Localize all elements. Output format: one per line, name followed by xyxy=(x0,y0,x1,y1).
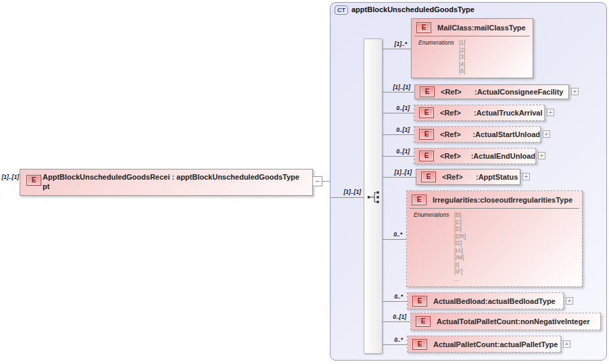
sequence-connector-line xyxy=(331,197,364,198)
element-name: ActualPalletCount xyxy=(433,340,497,348)
xsd-schema-diagram: [1]..[1] E ApptBlockUnscheduledGoodsRece… xyxy=(0,0,609,364)
element-row-actualbedload: EActualBedload : actualBedloadType xyxy=(408,293,563,309)
element-type: closeoutIrregularitiesType xyxy=(480,196,573,204)
enumeration-value: [IA] xyxy=(454,247,466,255)
connector-line-actualtruckarrival xyxy=(383,113,414,113)
expand-toggle-icon[interactable]: + xyxy=(522,173,530,180)
root-element-label-line1: ApptBlockUnscheduledGoodsRecei : apptBlo… xyxy=(43,173,299,182)
element-badge-icon: E xyxy=(420,86,435,97)
expand-toggle-icon[interactable]: + xyxy=(538,152,545,159)
element-box-actualtruckarrival[interactable]: E<Ref>: ActualTruckArrival xyxy=(414,105,545,121)
element-row-actualstartunload: E<Ref>: ActualStartUnload xyxy=(414,127,540,142)
element-badge-icon: E xyxy=(412,339,427,350)
cardinality-label-apptstatus: [1]..[1] xyxy=(368,169,412,176)
enum-divider xyxy=(410,208,579,209)
element-row-mailclass: EMailClass : mailClassType xyxy=(412,19,533,36)
enumeration-value: [I] xyxy=(454,261,466,269)
element-row-irregularities: EIrregularities : closeoutIrregularities… xyxy=(407,191,582,208)
enumeration-value: [DR] xyxy=(454,233,466,240)
element-name: ActualTotalPalletCount xyxy=(437,317,518,326)
root-element-label: ApptBlockUnscheduledGoodsRecei : apptBlo… xyxy=(43,173,299,191)
element-badge-icon: E xyxy=(412,194,427,205)
sequence-cardinality-label: [1]..[1] xyxy=(335,188,361,195)
element-type: ActualConsigneeFacility xyxy=(477,88,564,96)
element-row-actualpalletcount: EActualPalletCount : actualPalletType xyxy=(408,336,560,352)
expand-toggle-icon[interactable]: + xyxy=(571,88,579,95)
complex-type-badge: CT xyxy=(335,5,348,15)
expand-toggle-icon[interactable]: + xyxy=(547,109,554,116)
element-name: ActualBedload xyxy=(433,297,485,305)
connector-line-actualconsigneefacility xyxy=(383,92,414,93)
collapse-toggle-icon[interactable]: − xyxy=(312,176,322,186)
element-type: nonNegativeInteger xyxy=(520,317,590,326)
cardinality-label-actualendunload: 0..[1] xyxy=(366,148,410,155)
connector-line-apptstatus xyxy=(383,177,416,178)
connector-line-actualbedload xyxy=(383,301,407,302)
element-name: <Ref> xyxy=(442,173,476,181)
element-badge-icon: E xyxy=(412,296,427,307)
cardinality-label-actualconsigneefacility: [1]..[1] xyxy=(367,84,410,90)
expand-toggle-icon[interactable]: + xyxy=(543,130,550,138)
element-row-actualendunload: E<Ref>: ActualEndUnload xyxy=(414,149,535,163)
element-box-actualtotalpalletcount[interactable]: EActualTotalPalletCount : nonNegativeInt… xyxy=(410,313,601,330)
enumerations-label: Enumerations xyxy=(418,39,459,75)
enumeration-value: [3] xyxy=(459,53,465,61)
cardinality-label-irregularities: 0..* xyxy=(359,231,402,238)
enumerations-values: [1][2][3][4][6] xyxy=(459,39,465,75)
element-badge-icon: E xyxy=(419,129,434,140)
expand-toggle-icon[interactable]: + xyxy=(563,340,570,348)
connector-line-actualpalletcount xyxy=(383,344,407,345)
element-type: ApptStatus xyxy=(479,173,518,181)
element-row-actualtotalpalletcount: EActualTotalPalletCount : nonNegativeInt… xyxy=(411,313,600,330)
enumeration-value: [IM] xyxy=(454,254,466,261)
element-type: mailClassType xyxy=(474,24,525,32)
enumerations-block: Enumerations[1][2][3][4][6] xyxy=(412,38,533,75)
element-row-actualtruckarrival: E<Ref>: ActualTruckArrival xyxy=(414,105,544,120)
cardinality-label-actualstartunload: 0..[1] xyxy=(366,126,410,133)
sequence-compositor-icon xyxy=(366,190,381,204)
enumeration-value: ... xyxy=(454,276,466,283)
connector-line-actualendunload xyxy=(383,156,414,157)
element-name: <Ref> xyxy=(441,88,474,96)
enumeration-value: [1] xyxy=(459,39,465,47)
element-badge-icon: E xyxy=(421,172,436,182)
enumeration-value: [2] xyxy=(459,47,465,54)
enumeration-value: [D] xyxy=(454,226,466,233)
element-box-actualstartunload[interactable]: E<Ref>: ActualStartUnload xyxy=(414,126,541,142)
element-name: Irregularities xyxy=(433,196,478,204)
enumeration-value: [C] xyxy=(454,219,466,226)
element-type: actualBedloadType xyxy=(488,297,556,305)
connector-line-irregularities xyxy=(383,239,406,240)
enumeration-value: [G] xyxy=(454,240,466,247)
cardinality-label-actualpalletcount: 0..* xyxy=(360,336,403,343)
element-box-actualbedload[interactable]: EActualBedload : actualBedloadType xyxy=(407,292,564,309)
element-row-apptstatus: E<Ref>: ApptStatus xyxy=(416,170,520,184)
element-box-apptstatus[interactable]: E<Ref>: ApptStatus xyxy=(416,169,520,185)
element-type: ActualEndUnload xyxy=(473,152,535,160)
element-box-mailclass[interactable]: EMailClass : mailClassTypeEnumerations[1… xyxy=(411,18,533,78)
enumeration-value: [4] xyxy=(459,61,465,68)
enumerations-values: [B][C][D][DR][G][IA][IM][I][IF]... xyxy=(454,211,466,282)
cardinality-label-actualbedload: 0..* xyxy=(360,293,403,300)
expand-toggle-icon[interactable]: + xyxy=(566,297,573,305)
element-box-irregularities[interactable]: EIrregularities : closeoutIrregularities… xyxy=(406,190,583,287)
element-name: <Ref> xyxy=(440,152,471,160)
root-element-box[interactable]: E ApptBlockUnscheduledGoodsRecei : apptB… xyxy=(20,169,313,196)
connector-line-mailclass xyxy=(383,49,411,49)
element-name: MailClass xyxy=(437,24,472,32)
enumeration-value: [IF] xyxy=(454,268,466,276)
element-type: ActualStartUnload xyxy=(475,130,540,138)
element-box-actualendunload[interactable]: E<Ref>: ActualEndUnload xyxy=(414,148,536,164)
connector-line-actualstartunload xyxy=(383,134,414,135)
cardinality-label-actualtotalpalletcount: 0..[1] xyxy=(363,313,406,320)
element-box-actualconsigneefacility[interactable]: E<Ref>: ActualConsigneeFacility xyxy=(414,84,569,99)
element-type: ActualTruckArrival xyxy=(477,109,543,117)
element-badge-icon: E xyxy=(416,22,431,33)
element-badge-icon: E xyxy=(416,316,431,327)
element-row-actualconsigneefacility: E<Ref>: ActualConsigneeFacility xyxy=(415,85,568,99)
element-box-actualpalletcount[interactable]: EActualPalletCount : actualPalletType xyxy=(407,336,561,353)
enumeration-value: [B] xyxy=(454,211,466,219)
complex-type-title: apptBlockUnscheduledGoodsType xyxy=(351,5,474,14)
root-cardinality-label: [1]..[1] xyxy=(1,174,19,180)
cardinality-label-actualtruckarrival: 0..[1] xyxy=(366,105,410,111)
